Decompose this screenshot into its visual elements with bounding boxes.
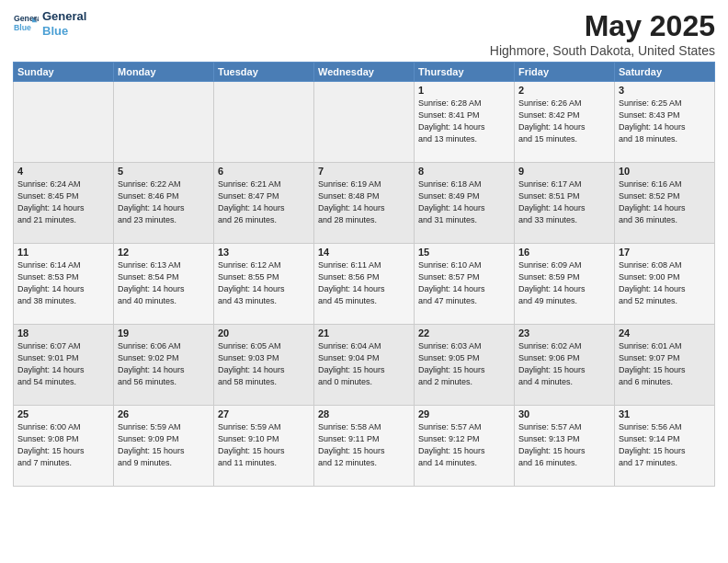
calendar-cell: 23Sunrise: 6:02 AM Sunset: 9:06 PM Dayli… [515,325,615,406]
day-info: Sunrise: 6:03 AM Sunset: 9:05 PM Dayligh… [418,340,510,388]
calendar-cell: 24Sunrise: 6:01 AM Sunset: 9:07 PM Dayli… [615,325,715,406]
day-number: 19 [118,327,210,339]
calendar-cell: 11Sunrise: 6:14 AM Sunset: 8:53 PM Dayli… [14,244,114,325]
calendar-cell: 5Sunrise: 6:22 AM Sunset: 8:46 PM Daylig… [114,163,214,244]
day-info: Sunrise: 6:26 AM Sunset: 8:42 PM Dayligh… [518,98,610,145]
calendar-cell [114,82,214,163]
day-number: 7 [318,166,410,177]
calendar-cell: 26Sunrise: 5:59 AM Sunset: 9:09 PM Dayli… [114,406,214,487]
day-info: Sunrise: 6:21 AM Sunset: 8:47 PM Dayligh… [218,178,310,226]
day-number: 24 [619,327,711,339]
day-number: 30 [518,408,610,419]
calendar-cell: 6Sunrise: 6:21 AM Sunset: 8:47 PM Daylig… [214,163,314,244]
calendar-week-row: 25Sunrise: 6:00 AM Sunset: 9:08 PM Dayli… [14,406,715,487]
header: General Blue General Blue May 2025 Highm… [13,9,715,58]
day-info: Sunrise: 5:58 AM Sunset: 9:11 PM Dayligh… [318,421,410,469]
calendar-week-row: 4Sunrise: 6:24 AM Sunset: 8:45 PM Daylig… [14,163,715,244]
day-info: Sunrise: 6:16 AM Sunset: 8:52 PM Dayligh… [619,178,711,226]
calendar-cell: 28Sunrise: 5:58 AM Sunset: 9:11 PM Dayli… [314,406,415,487]
calendar-cell: 16Sunrise: 6:09 AM Sunset: 8:59 PM Dayli… [515,244,615,325]
day-info: Sunrise: 6:05 AM Sunset: 9:03 PM Dayligh… [218,340,310,388]
day-number: 11 [17,247,109,258]
day-info: Sunrise: 6:13 AM Sunset: 8:54 PM Dayligh… [118,259,210,307]
day-info: Sunrise: 6:04 AM Sunset: 9:04 PM Dayligh… [318,340,410,388]
calendar-cell: 2Sunrise: 6:26 AM Sunset: 8:42 PM Daylig… [515,82,615,163]
day-number: 2 [518,85,610,96]
subtitle: Highmore, South Dakota, United States [490,43,715,58]
title-block: May 2025 Highmore, South Dakota, United … [490,9,715,58]
calendar-week-row: 1Sunrise: 6:28 AM Sunset: 8:41 PM Daylig… [14,82,715,163]
day-number: 10 [619,166,711,177]
day-number: 22 [418,327,510,339]
calendar-cell: 29Sunrise: 5:57 AM Sunset: 9:12 PM Dayli… [415,406,515,487]
day-number: 18 [17,327,109,339]
calendar-cell [14,82,114,163]
calendar-cell [214,82,314,163]
day-number: 12 [118,247,210,258]
day-info: Sunrise: 5:59 AM Sunset: 9:10 PM Dayligh… [218,421,310,469]
calendar-cell: 22Sunrise: 6:03 AM Sunset: 9:05 PM Dayli… [415,325,515,406]
day-number: 27 [218,408,310,419]
day-number: 23 [518,327,610,339]
day-info: Sunrise: 5:57 AM Sunset: 9:13 PM Dayligh… [518,421,610,469]
day-info: Sunrise: 6:12 AM Sunset: 8:55 PM Dayligh… [218,259,310,307]
weekday-header: Wednesday [314,63,415,82]
page: General Blue General Blue May 2025 Highm… [0,0,728,563]
day-number: 21 [318,327,410,339]
day-number: 13 [218,247,310,258]
calendar-cell: 19Sunrise: 6:06 AM Sunset: 9:02 PM Dayli… [114,325,214,406]
calendar-cell: 17Sunrise: 6:08 AM Sunset: 9:00 PM Dayli… [615,244,715,325]
day-number: 14 [318,247,410,258]
calendar-cell: 27Sunrise: 5:59 AM Sunset: 9:10 PM Dayli… [214,406,314,487]
logo-icon: General Blue [13,11,39,37]
calendar-cell: 30Sunrise: 5:57 AM Sunset: 9:13 PM Dayli… [515,406,615,487]
weekday-header: Monday [114,63,214,82]
day-info: Sunrise: 6:14 AM Sunset: 8:53 PM Dayligh… [17,259,109,307]
day-info: Sunrise: 6:17 AM Sunset: 8:51 PM Dayligh… [518,178,610,226]
day-info: Sunrise: 6:18 AM Sunset: 8:49 PM Dayligh… [418,178,510,226]
calendar-cell: 3Sunrise: 6:25 AM Sunset: 8:43 PM Daylig… [615,82,715,163]
day-info: Sunrise: 6:19 AM Sunset: 8:48 PM Dayligh… [318,178,410,226]
calendar-cell: 4Sunrise: 6:24 AM Sunset: 8:45 PM Daylig… [14,163,114,244]
day-number: 1 [418,85,510,96]
day-number: 3 [619,85,711,96]
day-number: 6 [218,166,310,177]
weekday-header: Thursday [415,63,515,82]
day-number: 8 [418,166,510,177]
day-number: 25 [17,408,109,419]
day-number: 28 [318,408,410,419]
calendar-cell [314,82,415,163]
day-info: Sunrise: 6:24 AM Sunset: 8:45 PM Dayligh… [17,178,109,226]
day-number: 4 [17,166,109,177]
logo: General Blue General Blue [13,9,86,38]
weekday-header-row: SundayMondayTuesdayWednesdayThursdayFrid… [14,63,715,82]
calendar-cell: 15Sunrise: 6:10 AM Sunset: 8:57 PM Dayli… [415,244,515,325]
calendar-cell: 7Sunrise: 6:19 AM Sunset: 8:48 PM Daylig… [314,163,415,244]
calendar-cell: 21Sunrise: 6:04 AM Sunset: 9:04 PM Dayli… [314,325,415,406]
calendar-cell: 20Sunrise: 6:05 AM Sunset: 9:03 PM Dayli… [214,325,314,406]
day-info: Sunrise: 6:06 AM Sunset: 9:02 PM Dayligh… [118,340,210,388]
day-info: Sunrise: 5:56 AM Sunset: 9:14 PM Dayligh… [619,421,711,469]
day-info: Sunrise: 6:09 AM Sunset: 8:59 PM Dayligh… [518,259,610,307]
day-number: 20 [218,327,310,339]
day-number: 16 [518,247,610,258]
calendar-cell: 12Sunrise: 6:13 AM Sunset: 8:54 PM Dayli… [114,244,214,325]
calendar-cell: 8Sunrise: 6:18 AM Sunset: 8:49 PM Daylig… [415,163,515,244]
calendar-cell: 1Sunrise: 6:28 AM Sunset: 8:41 PM Daylig… [415,82,515,163]
day-info: Sunrise: 6:02 AM Sunset: 9:06 PM Dayligh… [518,340,610,388]
day-info: Sunrise: 5:57 AM Sunset: 9:12 PM Dayligh… [418,421,510,469]
calendar-cell: 10Sunrise: 6:16 AM Sunset: 8:52 PM Dayli… [615,163,715,244]
calendar-cell: 25Sunrise: 6:00 AM Sunset: 9:08 PM Dayli… [14,406,114,487]
weekday-header: Sunday [14,63,114,82]
day-info: Sunrise: 6:01 AM Sunset: 9:07 PM Dayligh… [619,340,711,388]
day-info: Sunrise: 6:11 AM Sunset: 8:56 PM Dayligh… [318,259,410,307]
day-number: 29 [418,408,510,419]
calendar-cell: 14Sunrise: 6:11 AM Sunset: 8:56 PM Dayli… [314,244,415,325]
calendar: SundayMondayTuesdayWednesdayThursdayFrid… [13,62,715,487]
weekday-header: Friday [515,63,615,82]
day-info: Sunrise: 6:28 AM Sunset: 8:41 PM Dayligh… [418,98,510,145]
calendar-cell: 9Sunrise: 6:17 AM Sunset: 8:51 PM Daylig… [515,163,615,244]
calendar-cell: 13Sunrise: 6:12 AM Sunset: 8:55 PM Dayli… [214,244,314,325]
day-number: 15 [418,247,510,258]
day-info: Sunrise: 6:00 AM Sunset: 9:08 PM Dayligh… [17,421,109,469]
